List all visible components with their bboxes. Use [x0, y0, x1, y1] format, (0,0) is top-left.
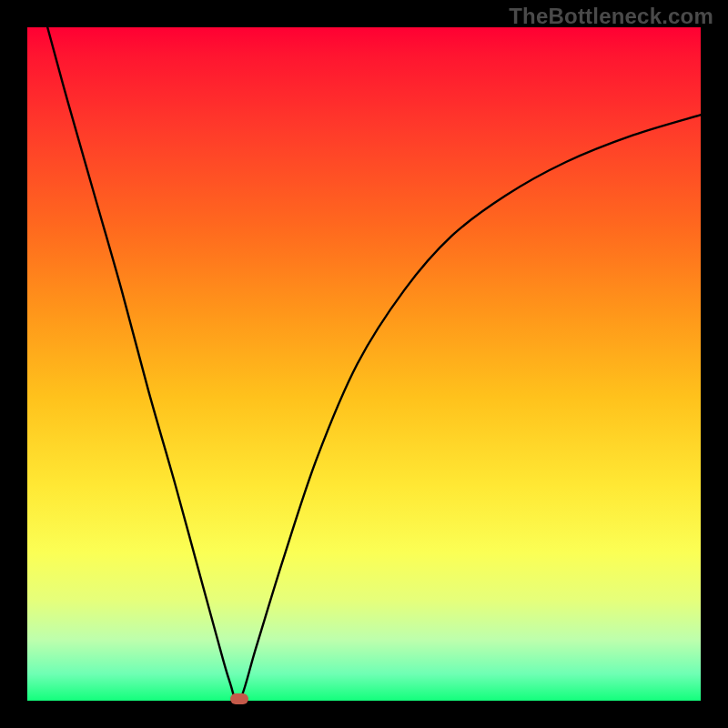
watermark-text: TheBottleneck.com: [509, 4, 713, 29]
curve-svg: [27, 27, 701, 701]
plot-area: [27, 27, 701, 701]
minimum-marker: [230, 693, 248, 704]
bottleneck-curve: [47, 27, 701, 701]
chart-frame: TheBottleneck.com: [0, 0, 728, 728]
